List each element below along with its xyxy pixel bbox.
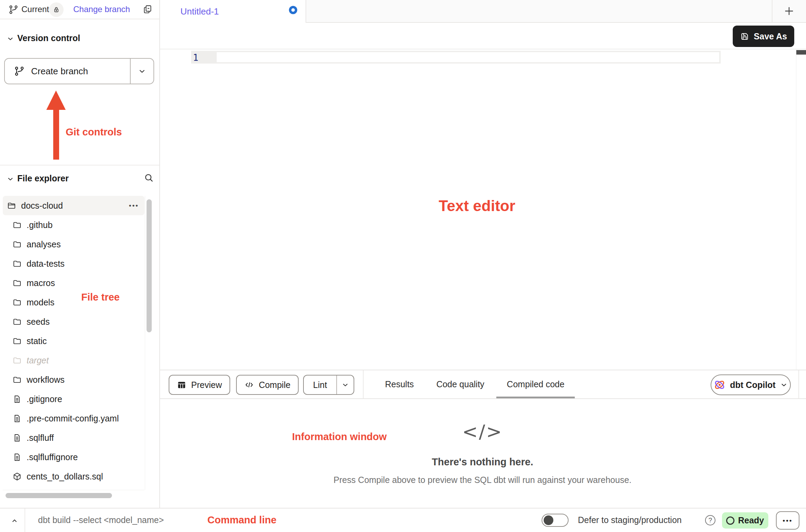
- tree-item-target[interactable]: target: [3, 351, 144, 370]
- tree-item-label: .gitignore: [27, 394, 62, 404]
- dbt-copilot-label: dbt Copilot: [730, 380, 776, 390]
- tree-item-label: .pre-commit-config.yaml: [27, 414, 119, 424]
- save-as-label: Save As: [754, 31, 787, 41]
- help-icon[interactable]: ?: [705, 515, 715, 525]
- information-window: Preview Compile Lint ResultsCode quality…: [160, 370, 806, 508]
- file-icon: [12, 414, 22, 423]
- folder-icon: [12, 240, 22, 249]
- file-tree-annotation: File tree: [81, 292, 120, 303]
- create-branch-button[interactable]: Create branch: [5, 59, 130, 84]
- compile-button[interactable]: Compile: [236, 375, 299, 395]
- dbt-copilot-icon: [713, 379, 726, 391]
- folder-open-icon: [7, 201, 16, 210]
- file-tree-vertical-scrollbar[interactable]: [147, 199, 152, 332]
- tree-item-label: workflows: [27, 375, 65, 385]
- editor-scrollbar-track: [796, 49, 796, 370]
- lint-label: Lint: [313, 380, 327, 390]
- text-editor[interactable]: 1 Text editor: [160, 49, 806, 370]
- lint-split-button: Lint: [303, 375, 354, 395]
- tab-untitled-1[interactable]: Untitled-1: [160, 0, 306, 23]
- lint-dropdown-button[interactable]: [336, 376, 354, 394]
- information-window-annotation: Information window: [292, 431, 387, 443]
- tab-bar-divider: [772, 0, 772, 22]
- save-as-button[interactable]: Save As: [733, 26, 794, 47]
- git-controls-header: Current Change branch: [0, 0, 159, 19]
- tree-item-static[interactable]: static: [3, 331, 144, 351]
- tree-item-label: .sqlfluff: [27, 433, 54, 443]
- editor-tab-bar: Untitled-1: [160, 0, 806, 23]
- unsaved-changes-dot-icon: [289, 6, 297, 14]
- command-bar: dbt build --select <model_name> Command …: [0, 508, 806, 532]
- folder-icon: [12, 336, 22, 346]
- tree-item-data-tests[interactable]: data-tests: [3, 254, 144, 273]
- tree-item-workflows[interactable]: workflows: [3, 370, 144, 389]
- tree-item-label: cents_to_dollars.sql: [27, 472, 103, 482]
- tree-item-analyses[interactable]: analyses: [3, 235, 144, 254]
- tree-item-.sqlfluff[interactable]: .sqlfluff: [3, 428, 144, 447]
- tab-label: Untitled-1: [180, 6, 219, 17]
- git-controls-arrow: [53, 108, 59, 160]
- new-tab-button[interactable]: [783, 5, 795, 17]
- tree-item-label: macros: [27, 278, 55, 288]
- folder-icon: [12, 375, 22, 384]
- file-tree-bottom-line: [3, 490, 144, 490]
- tree-item-.pre-commit-config.yaml[interactable]: .pre-commit-config.yaml: [3, 409, 144, 428]
- change-branch-link[interactable]: Change branch: [73, 4, 130, 14]
- code-icon: [244, 380, 254, 390]
- tree-item-docs-cloud[interactable]: docs-cloud•••: [3, 196, 144, 215]
- panel-tabs: ResultsCode qualityCompiled code: [385, 370, 564, 398]
- branch-lock-icon: [49, 2, 64, 17]
- empty-state-subtitle: Press Compile above to preview the SQL d…: [334, 475, 631, 485]
- tab-results[interactable]: Results: [385, 370, 414, 398]
- save-icon: [740, 32, 749, 41]
- tree-item-label: docs-cloud: [21, 201, 63, 211]
- sidebar-divider: [0, 165, 159, 165]
- folder-icon: [12, 278, 22, 288]
- git-controls-annotation: Git controls: [66, 126, 122, 138]
- branch-icon: [14, 66, 25, 77]
- toolbar-right-divider: [798, 370, 799, 398]
- editor-header: Save As: [160, 23, 806, 49]
- sidebar: Current Change branch Version control: [0, 0, 160, 508]
- file-search-icon[interactable]: [144, 173, 154, 183]
- version-control-title: Version control: [17, 33, 80, 43]
- command-bar-divider: [25, 509, 25, 532]
- file-tree-horizontal-scrollbar[interactable]: [6, 493, 112, 498]
- folder-icon: [12, 259, 22, 268]
- tree-item-.github[interactable]: .github: [3, 215, 144, 235]
- tree-item-label: .sqlfluffignore: [27, 452, 78, 462]
- tree-item-.sqlfluffignore[interactable]: .sqlfluffignore: [3, 447, 144, 467]
- status-ring-icon: [726, 516, 734, 525]
- create-branch-dropdown-button[interactable]: [130, 59, 153, 84]
- item-menu-button[interactable]: •••: [129, 202, 139, 209]
- text-editor-annotation: Text editor: [439, 197, 515, 215]
- tree-item-seeds[interactable]: seeds: [3, 312, 144, 331]
- active-line-input[interactable]: [217, 52, 719, 62]
- dbt-copilot-button[interactable]: dbt Copilot: [711, 374, 791, 395]
- editor-scrollbar-thumb[interactable]: [796, 50, 806, 55]
- defer-toggle[interactable]: [542, 514, 569, 527]
- expand-command-bar-chevron-icon[interactable]: [10, 517, 19, 525]
- file-explorer-collapse-chevron-icon[interactable]: [6, 175, 15, 183]
- toggle-knob: [544, 515, 553, 525]
- tree-item-.gitignore[interactable]: .gitignore: [3, 389, 144, 409]
- folder-icon: [12, 317, 22, 326]
- tree-item-macros[interactable]: macros: [3, 273, 144, 293]
- command-input[interactable]: dbt build --select <model_name>: [38, 515, 164, 525]
- create-branch-label: Create branch: [31, 66, 88, 77]
- chevron-down-icon: [780, 381, 788, 389]
- preview-button[interactable]: Preview: [169, 375, 230, 395]
- defer-label: Defer to staging/production: [578, 515, 682, 525]
- lint-button[interactable]: Lint: [304, 376, 336, 394]
- tab-code-quality[interactable]: Code quality: [436, 370, 484, 398]
- table-icon: [177, 380, 186, 390]
- compile-label: Compile: [259, 380, 291, 390]
- tab-compiled-code[interactable]: Compiled code: [507, 370, 564, 398]
- copy-branch-name-icon[interactable]: [142, 4, 153, 15]
- version-control-collapse-chevron-icon[interactable]: [6, 35, 15, 43]
- tree-item-models[interactable]: models: [3, 293, 144, 312]
- tree-item-label: target: [27, 355, 49, 365]
- more-options-button[interactable]: •••: [776, 511, 799, 530]
- toolbar-divider: [363, 370, 364, 398]
- tree-item-cents_to_dollars.sql[interactable]: cents_to_dollars.sql: [3, 467, 144, 486]
